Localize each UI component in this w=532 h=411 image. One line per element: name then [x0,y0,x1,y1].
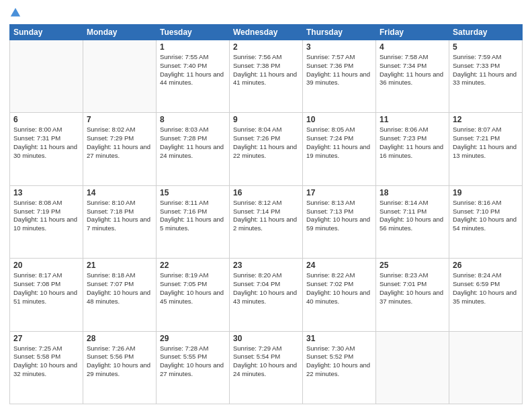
calendar-cell: 6Sunrise: 8:00 AM Sunset: 7:31 PM Daylig… [10,113,83,185]
calendar-week-3: 20Sunrise: 8:17 AM Sunset: 7:08 PM Dayli… [10,259,523,331]
day-info: Sunrise: 7:30 AM Sunset: 5:52 PM Dayligh… [306,345,372,379]
calendar-cell: 22Sunrise: 8:19 AM Sunset: 7:05 PM Dayli… [157,259,230,331]
logo-icon [9,7,21,19]
svg-marker-0 [11,8,20,17]
day-info: Sunrise: 8:14 AM Sunset: 7:11 PM Dayligh… [380,199,445,233]
day-number: 5 [453,42,519,52]
calendar-cell: 25Sunrise: 8:23 AM Sunset: 7:01 PM Dayli… [376,259,449,331]
calendar-cell: 5Sunrise: 7:59 AM Sunset: 7:33 PM Daylig… [449,40,523,113]
day-header-tuesday: Tuesday [157,25,230,40]
day-info: Sunrise: 8:03 AM Sunset: 7:28 PM Dayligh… [160,126,226,160]
day-number: 17 [306,188,372,197]
calendar-cell: 15Sunrise: 8:11 AM Sunset: 7:16 PM Dayli… [157,185,230,258]
day-info: Sunrise: 7:56 AM Sunset: 7:38 PM Dayligh… [233,53,299,87]
day-number: 29 [160,334,226,343]
day-info: Sunrise: 8:10 AM Sunset: 7:18 PM Dayligh… [87,199,152,233]
calendar-cell [376,331,449,404]
calendar-cell: 13Sunrise: 8:08 AM Sunset: 7:19 PM Dayli… [10,185,83,258]
day-number: 12 [453,115,519,124]
calendar-table: SundayMondayTuesdayWednesdayThursdayFrid… [9,24,523,404]
day-number: 26 [453,261,519,270]
calendar-cell: 3Sunrise: 7:57 AM Sunset: 7:36 PM Daylig… [303,40,376,113]
day-info: Sunrise: 8:23 AM Sunset: 7:01 PM Dayligh… [380,271,445,306]
day-header-wednesday: Wednesday [230,25,303,40]
calendar-cell: 18Sunrise: 8:14 AM Sunset: 7:11 PM Dayli… [376,185,449,258]
day-header-thursday: Thursday [303,25,376,40]
day-info: Sunrise: 7:58 AM Sunset: 7:34 PM Dayligh… [380,53,445,87]
calendar-cell: 30Sunrise: 7:29 AM Sunset: 5:54 PM Dayli… [230,331,303,404]
day-info: Sunrise: 8:04 AM Sunset: 7:26 PM Dayligh… [233,126,299,160]
day-number: 21 [87,261,152,270]
calendar-cell: 1Sunrise: 7:55 AM Sunset: 7:40 PM Daylig… [157,40,230,113]
day-number: 31 [306,334,372,343]
day-number: 6 [13,115,79,124]
day-info: Sunrise: 7:28 AM Sunset: 5:55 PM Dayligh… [160,345,226,379]
calendar-cell [10,40,83,113]
day-info: Sunrise: 8:16 AM Sunset: 7:10 PM Dayligh… [453,199,519,233]
day-header-monday: Monday [83,25,157,40]
calendar-week-0: 1Sunrise: 7:55 AM Sunset: 7:40 PM Daylig… [10,40,523,113]
day-info: Sunrise: 8:02 AM Sunset: 7:29 PM Dayligh… [87,126,152,160]
day-header-sunday: Sunday [10,25,83,40]
day-number: 18 [380,188,445,197]
calendar-cell: 26Sunrise: 8:24 AM Sunset: 6:59 PM Dayli… [449,259,523,331]
day-number: 20 [13,261,79,270]
day-info: Sunrise: 7:25 AM Sunset: 5:58 PM Dayligh… [13,345,79,379]
day-info: Sunrise: 8:24 AM Sunset: 6:59 PM Dayligh… [453,271,519,306]
header [9,7,523,19]
day-number: 9 [233,115,299,124]
main-container: SundayMondayTuesdayWednesdayThursdayFrid… [0,0,532,411]
day-info: Sunrise: 8:05 AM Sunset: 7:24 PM Dayligh… [306,126,372,160]
calendar-cell: 20Sunrise: 8:17 AM Sunset: 7:08 PM Dayli… [10,259,83,331]
day-number: 15 [160,188,226,197]
day-number: 11 [380,115,445,124]
day-number: 27 [13,334,79,343]
calendar-cell: 29Sunrise: 7:28 AM Sunset: 5:55 PM Dayli… [157,331,230,404]
day-number: 1 [160,42,226,52]
day-number: 4 [380,42,445,52]
day-info: Sunrise: 7:26 AM Sunset: 5:56 PM Dayligh… [87,345,152,379]
day-number: 2 [233,42,299,52]
calendar-week-4: 27Sunrise: 7:25 AM Sunset: 5:58 PM Dayli… [10,331,523,404]
day-header-saturday: Saturday [449,25,523,40]
day-info: Sunrise: 8:00 AM Sunset: 7:31 PM Dayligh… [13,126,79,160]
day-info: Sunrise: 8:19 AM Sunset: 7:05 PM Dayligh… [160,271,226,306]
day-number: 30 [233,334,299,343]
day-info: Sunrise: 7:59 AM Sunset: 7:33 PM Dayligh… [453,53,519,87]
calendar-header-row: SundayMondayTuesdayWednesdayThursdayFrid… [10,25,523,40]
day-number: 3 [306,42,372,52]
day-number: 14 [87,188,152,197]
calendar-cell: 2Sunrise: 7:56 AM Sunset: 7:38 PM Daylig… [230,40,303,113]
day-info: Sunrise: 8:12 AM Sunset: 7:14 PM Dayligh… [233,199,299,233]
day-info: Sunrise: 8:17 AM Sunset: 7:08 PM Dayligh… [13,271,79,306]
calendar-cell: 21Sunrise: 8:18 AM Sunset: 7:07 PM Dayli… [83,259,157,331]
calendar-week-2: 13Sunrise: 8:08 AM Sunset: 7:19 PM Dayli… [10,185,523,258]
day-number: 16 [233,188,299,197]
day-info: Sunrise: 7:55 AM Sunset: 7:40 PM Dayligh… [160,53,226,87]
day-info: Sunrise: 8:08 AM Sunset: 7:19 PM Dayligh… [13,199,79,233]
day-info: Sunrise: 8:18 AM Sunset: 7:07 PM Dayligh… [87,271,152,306]
day-header-friday: Friday [376,25,449,40]
calendar-week-1: 6Sunrise: 8:00 AM Sunset: 7:31 PM Daylig… [10,113,523,185]
calendar-cell: 17Sunrise: 8:13 AM Sunset: 7:13 PM Dayli… [303,185,376,258]
calendar-cell: 28Sunrise: 7:26 AM Sunset: 5:56 PM Dayli… [83,331,157,404]
day-number: 25 [380,261,445,270]
day-number: 7 [87,115,152,124]
day-info: Sunrise: 8:07 AM Sunset: 7:21 PM Dayligh… [453,126,519,160]
calendar-cell: 10Sunrise: 8:05 AM Sunset: 7:24 PM Dayli… [303,113,376,185]
calendar-cell: 11Sunrise: 8:06 AM Sunset: 7:23 PM Dayli… [376,113,449,185]
day-info: Sunrise: 8:13 AM Sunset: 7:13 PM Dayligh… [306,199,372,233]
day-info: Sunrise: 8:06 AM Sunset: 7:23 PM Dayligh… [380,126,445,160]
day-info: Sunrise: 8:20 AM Sunset: 7:04 PM Dayligh… [233,271,299,306]
calendar-cell: 16Sunrise: 8:12 AM Sunset: 7:14 PM Dayli… [230,185,303,258]
day-info: Sunrise: 7:29 AM Sunset: 5:54 PM Dayligh… [233,345,299,379]
day-info: Sunrise: 8:22 AM Sunset: 7:02 PM Dayligh… [306,271,372,306]
calendar-cell: 27Sunrise: 7:25 AM Sunset: 5:58 PM Dayli… [10,331,83,404]
calendar-cell: 7Sunrise: 8:02 AM Sunset: 7:29 PM Daylig… [83,113,157,185]
calendar-cell: 9Sunrise: 8:04 AM Sunset: 7:26 PM Daylig… [230,113,303,185]
day-number: 19 [453,188,519,197]
calendar-cell: 19Sunrise: 8:16 AM Sunset: 7:10 PM Dayli… [449,185,523,258]
logo [9,7,21,19]
calendar-cell: 8Sunrise: 8:03 AM Sunset: 7:28 PM Daylig… [157,113,230,185]
day-number: 23 [233,261,299,270]
